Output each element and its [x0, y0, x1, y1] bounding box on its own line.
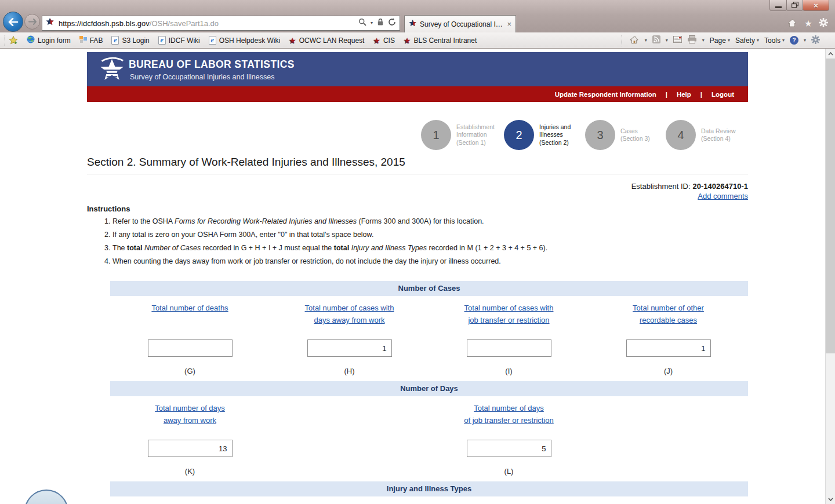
- gear-icon[interactable]: [811, 35, 820, 46]
- back-button[interactable]: [3, 12, 23, 32]
- column-letter: (L): [429, 467, 589, 476]
- favorite-item-cis[interactable]: ★ CIS: [373, 36, 395, 45]
- instruction-item: The total Number of Cases recorded in G …: [112, 244, 748, 252]
- restore-button[interactable]: [786, 0, 803, 11]
- tools-menu[interactable]: Tools▾: [764, 36, 785, 45]
- bls-star-icon: ★: [404, 36, 411, 45]
- establishment-id-value: 20-140264710-1: [693, 182, 748, 191]
- print-icon[interactable]: [687, 35, 697, 45]
- days-away-from-work-input[interactable]: [148, 440, 233, 457]
- ie-page-icon: e: [209, 36, 216, 45]
- favorite-item-idcf-wiki[interactable]: e IDCF Wiki: [158, 36, 200, 45]
- instructions-heading: Instructions: [87, 204, 748, 213]
- search-dropdown-icon[interactable]: ▾: [371, 21, 373, 25]
- step-3-circle[interactable]: 3: [585, 120, 615, 150]
- favorites-star-icon[interactable]: ★: [804, 19, 812, 28]
- cases-column-job-transfer: Total number of cases withjob transfer o…: [429, 296, 589, 375]
- page-menu[interactable]: Page▾: [710, 36, 730, 45]
- window-titlebar: ×: [0, 0, 835, 15]
- cases-days-away-link[interactable]: Total number of cases withdays away from…: [305, 304, 394, 324]
- add-comments-link[interactable]: Add comments: [698, 192, 748, 200]
- browser-navigation-bar: https://idcfdosh.psb.bls.gov/OSH/savePar…: [0, 15, 835, 32]
- instructions-section: Instructions Refer to the OSHA Forms for…: [87, 204, 748, 265]
- cases-column-deaths: Total number of deaths (G): [110, 296, 270, 375]
- cases-days-away-input[interactable]: [307, 339, 392, 357]
- refresh-icon[interactable]: [388, 18, 396, 28]
- column-letter: (J): [589, 367, 748, 375]
- vertical-scrollbar[interactable]: [825, 49, 835, 504]
- home-dropdown-icon[interactable]: ▾: [645, 38, 647, 43]
- establishment-id-label: Establishment ID:: [631, 182, 691, 191]
- command-bar-separator: [622, 35, 622, 46]
- scroll-down-arrow[interactable]: [826, 494, 835, 504]
- rss-dropdown-icon[interactable]: ▾: [666, 38, 668, 43]
- add-favorite-button[interactable]: [9, 36, 18, 45]
- print-dropdown-icon[interactable]: ▾: [702, 38, 705, 43]
- add-favorite-star-icon: [9, 36, 18, 45]
- step-2-circle[interactable]: 2: [504, 120, 534, 150]
- favorite-item-login-form[interactable]: Login form: [27, 35, 71, 45]
- chevron-down-icon: ▾: [728, 38, 730, 43]
- total-deaths-link[interactable]: Total number of deaths: [151, 304, 228, 312]
- establishment-id-line: Establishment ID:20-140264710-1: [87, 182, 748, 191]
- step-1-circle[interactable]: 1: [421, 120, 451, 150]
- favorite-item-bls-central-intranet[interactable]: ★ BLS Central Intranet: [404, 36, 477, 45]
- help-dropdown-icon[interactable]: ▾: [804, 38, 806, 43]
- cases-column-other-recordable: Total number of otherrecordable cases (J…: [589, 296, 748, 375]
- number-of-cases-header: Number of Cases: [110, 281, 748, 296]
- settings-gear-icon[interactable]: [819, 18, 828, 30]
- chevron-down-icon: ▾: [757, 38, 759, 43]
- help-icon[interactable]: ?: [790, 36, 798, 45]
- favorite-item-s3-login[interactable]: e S3 Login: [111, 36, 149, 45]
- help-link[interactable]: Help: [677, 91, 691, 98]
- search-icon[interactable]: [358, 18, 366, 28]
- safety-menu[interactable]: Safety▾: [735, 36, 759, 45]
- ie-page-icon: e: [158, 36, 166, 45]
- browser-tab[interactable]: Survey of Occupational Inju... ×: [404, 15, 516, 32]
- instruction-item: When counting the days away from work or…: [112, 257, 748, 265]
- other-recordable-cases-input[interactable]: [626, 339, 711, 357]
- url-text: https://idcfdosh.psb.bls.gov/OSH/savePar…: [59, 19, 219, 28]
- minimize-button[interactable]: [769, 0, 787, 11]
- address-bar[interactable]: https://idcfdosh.psb.bls.gov/OSH/savePar…: [42, 16, 400, 31]
- floating-widget-button[interactable]: [24, 490, 68, 504]
- read-mail-icon[interactable]: [673, 36, 682, 45]
- other-recordable-cases-link[interactable]: Total number of otherrecordable cases: [633, 304, 704, 324]
- cases-job-transfer-input[interactable]: [467, 339, 551, 357]
- days-job-transfer-input[interactable]: [467, 440, 551, 457]
- step-4-circle[interactable]: 4: [666, 120, 696, 150]
- favorites-bar: Login form FAB e S3 Login e IDCF Wiki e …: [0, 32, 835, 49]
- injury-illness-types-header: Injury and Illness Types: [110, 481, 748, 496]
- tab-close-icon[interactable]: ×: [507, 20, 511, 28]
- scrollbar-thumb[interactable]: [826, 59, 835, 353]
- total-deaths-input[interactable]: [148, 339, 233, 357]
- back-arrow-icon: [8, 18, 19, 26]
- scroll-up-arrow[interactable]: [826, 49, 835, 59]
- forward-button[interactable]: [24, 14, 40, 30]
- cases-job-transfer-link[interactable]: Total number of cases withjob transfer o…: [464, 304, 554, 324]
- site-header: BUREAU OF LABOR STATISTICS Survey of Occ…: [87, 52, 748, 86]
- site-title: BUREAU OF LABOR STATISTICS: [129, 59, 295, 71]
- days-column-job-transfer: Total number of daysof job transfer or r…: [429, 396, 589, 476]
- update-respondent-info-link[interactable]: Update Respondent Information: [555, 91, 656, 98]
- restore-icon: [792, 0, 798, 10]
- bls-logo-icon: [99, 56, 125, 85]
- nav-separator: |: [666, 91, 667, 98]
- favorite-item-ocwc-lan-request[interactable]: ★ OCWC LAN Request: [289, 36, 364, 45]
- favorite-item-osh-helpdesk-wiki[interactable]: e OSH Helpdesk Wiki: [209, 36, 280, 45]
- favorite-item-fab[interactable]: FAB: [79, 36, 103, 45]
- rss-feed-icon[interactable]: [652, 35, 660, 45]
- days-job-transfer-link[interactable]: Total number of daysof job transfer or r…: [464, 404, 554, 425]
- forward-arrow-icon: [28, 19, 37, 25]
- logout-link[interactable]: Logout: [711, 91, 734, 98]
- chevron-down-icon: ▾: [782, 38, 785, 43]
- tab-favicon: [409, 19, 416, 30]
- home-icon[interactable]: [630, 35, 640, 46]
- toolbar-drag-handle: [5, 35, 5, 46]
- page-title: Section 2. Summary of Work-Related Injur…: [87, 156, 748, 174]
- step-1-establishment-information: 1 Establishment Information (Section 1): [421, 120, 511, 150]
- home-icon[interactable]: [787, 19, 798, 30]
- step-4-data-review: 4 Data Review (Section 4): [666, 120, 756, 150]
- close-button[interactable]: ×: [803, 0, 829, 11]
- days-away-from-work-link[interactable]: Total number of daysaway from work: [155, 404, 225, 425]
